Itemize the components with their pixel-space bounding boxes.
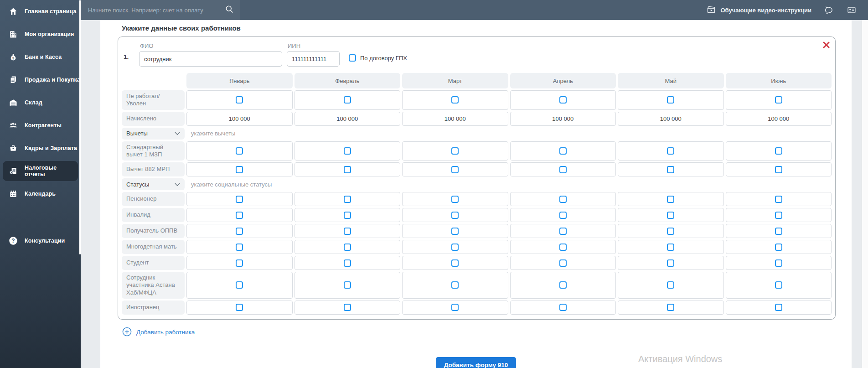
search-box[interactable]	[81, 0, 240, 20]
month-checkbox[interactable]	[236, 147, 243, 155]
amount-cell[interactable]: 100 000	[726, 112, 832, 126]
month-checkbox[interactable]	[236, 212, 243, 219]
gph-label: По договору ГПХ	[360, 55, 407, 62]
month-checkbox[interactable]	[775, 212, 782, 219]
gph-checkbox[interactable]	[349, 54, 356, 62]
month-checkbox[interactable]	[344, 96, 351, 104]
page-scrollbar-track[interactable]	[862, 20, 868, 368]
sidebar-item[interactable]: ?Консультации	[0, 229, 81, 252]
sidebar-item[interactable]: Склад	[0, 91, 81, 114]
month-checkbox[interactable]	[775, 96, 782, 104]
sidebar-item[interactable]: Календарь	[0, 182, 81, 205]
month-checkbox[interactable]	[236, 228, 243, 235]
sidebar-item[interactable]: Контрагенты	[0, 114, 81, 137]
month-checkbox[interactable]	[775, 259, 782, 267]
month-checkbox[interactable]	[344, 244, 351, 251]
month-checkbox[interactable]	[559, 96, 567, 104]
month-checkbox[interactable]	[344, 212, 351, 219]
month-checkbox[interactable]	[559, 281, 567, 289]
checkbox-cell	[726, 240, 832, 254]
month-checkbox[interactable]	[451, 281, 459, 289]
month-checkbox[interactable]	[559, 244, 567, 251]
month-checkbox[interactable]	[667, 281, 674, 289]
month-checkbox[interactable]	[451, 228, 459, 235]
month-checkbox[interactable]	[667, 147, 674, 155]
month-checkbox[interactable]	[667, 228, 674, 235]
month-checkbox[interactable]	[236, 259, 243, 267]
month-checkbox[interactable]	[451, 259, 459, 267]
iin-group: ИИН	[287, 41, 340, 67]
month-checkbox[interactable]	[344, 281, 351, 289]
hr-icon	[8, 143, 19, 153]
month-checkbox[interactable]	[451, 244, 459, 251]
month-checkbox[interactable]	[559, 147, 567, 155]
month-checkbox[interactable]	[451, 96, 459, 104]
sidebar-item[interactable]: Продажа и Покупка	[0, 68, 81, 91]
month-checkbox[interactable]	[451, 166, 459, 173]
month-checkbox[interactable]	[451, 196, 459, 203]
sidebar-item[interactable]: Моя организация	[0, 23, 81, 46]
search-input[interactable]	[88, 7, 225, 14]
month-checkbox[interactable]	[559, 212, 567, 219]
month-checkbox[interactable]	[775, 228, 782, 235]
chat-icon[interactable]	[823, 5, 834, 15]
month-checkbox[interactable]	[559, 228, 567, 235]
row-label: Иностранец	[122, 301, 185, 315]
month-checkbox[interactable]	[451, 147, 459, 155]
sidebar-scrollbar-thumb[interactable]	[79, 0, 81, 254]
amount-cell[interactable]: 100 000	[294, 112, 401, 126]
month-checkbox[interactable]	[236, 166, 243, 173]
add-form-910-button[interactable]: Добавить форму 910	[436, 357, 517, 368]
sidebar-item[interactable]: Главная страница	[0, 0, 81, 23]
month-checkbox[interactable]	[451, 304, 459, 311]
video-tutorials-link[interactable]: Обучающие видео-инструкции	[706, 5, 811, 16]
month-checkbox[interactable]	[775, 244, 782, 251]
month-checkbox[interactable]	[559, 166, 567, 173]
contact-card-icon[interactable]	[846, 5, 857, 15]
amount-cell[interactable]: 100 000	[186, 112, 293, 126]
sidebar-item[interactable]: Налоговые отчеты	[3, 161, 78, 181]
month-checkbox[interactable]	[236, 244, 243, 251]
month-checkbox[interactable]	[451, 212, 459, 219]
month-checkbox[interactable]	[667, 244, 674, 251]
amount-cell[interactable]: 100 000	[618, 112, 724, 126]
month-checkbox[interactable]	[667, 304, 674, 311]
month-checkbox[interactable]	[344, 304, 351, 311]
checkbox-cell	[510, 240, 616, 254]
fio-input[interactable]	[139, 51, 282, 67]
month-checkbox[interactable]	[344, 228, 351, 235]
month-checkbox[interactable]	[344, 196, 351, 203]
row-label: Стандартный вычет 1 МЗП	[122, 141, 185, 161]
month-checkbox[interactable]	[344, 147, 351, 155]
month-checkbox[interactable]	[236, 196, 243, 203]
month-checkbox[interactable]	[667, 196, 674, 203]
month-checkbox[interactable]	[236, 304, 243, 311]
checkbox-cell	[618, 162, 724, 176]
month-checkbox[interactable]	[775, 196, 782, 203]
month-checkbox[interactable]	[344, 259, 351, 267]
month-checkbox[interactable]	[775, 304, 782, 311]
sidebar-item[interactable]: Кадры и Зарплата	[0, 137, 81, 160]
section-dropdown[interactable]: Вычеты	[122, 128, 185, 140]
add-worker-link[interactable]: Добавить работника	[122, 327, 195, 338]
month-checkbox[interactable]	[344, 166, 351, 173]
month-checkbox[interactable]	[559, 196, 567, 203]
amount-cell[interactable]: 100 000	[510, 112, 616, 126]
month-checkbox[interactable]	[667, 259, 674, 267]
section-dropdown[interactable]: Статусы	[122, 178, 185, 190]
iin-input[interactable]	[287, 51, 340, 67]
month-checkbox[interactable]	[236, 96, 243, 104]
month-checkbox[interactable]	[559, 304, 567, 311]
sidebar-item[interactable]: $Банк и Касса	[0, 46, 81, 68]
month-checkbox[interactable]	[559, 259, 567, 267]
month-checkbox[interactable]	[667, 96, 674, 104]
month-checkbox[interactable]	[775, 166, 782, 173]
month-checkbox[interactable]	[775, 281, 782, 289]
remove-employee-button[interactable]	[823, 41, 830, 48]
checkbox-cell	[510, 162, 616, 176]
month-checkbox[interactable]	[775, 147, 782, 155]
month-checkbox[interactable]	[667, 166, 674, 173]
month-checkbox[interactable]	[236, 281, 243, 289]
amount-cell[interactable]: 100 000	[402, 112, 508, 126]
month-checkbox[interactable]	[667, 212, 674, 219]
